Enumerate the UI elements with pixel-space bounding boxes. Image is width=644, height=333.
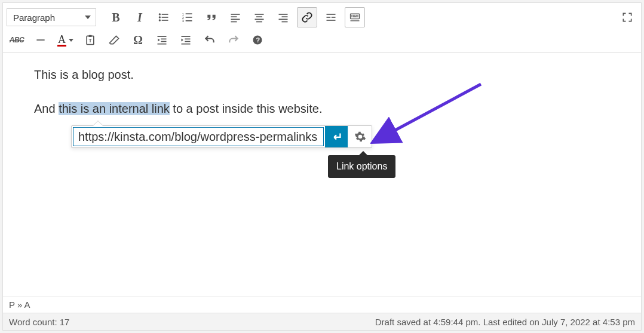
align-center-button[interactable] — [249, 7, 269, 27]
svg-rect-5 — [162, 20, 168, 21]
toolbar-toggle-button[interactable] — [345, 7, 365, 27]
ordered-list-button[interactable]: 123 — [177, 7, 198, 27]
redo-icon — [228, 34, 240, 46]
svg-rect-36 — [353, 16, 357, 17]
selected-link-text: this is an internal link — [59, 102, 170, 115]
insert-more-button[interactable] — [321, 7, 341, 27]
editor-frame: Paragraph B I 123 — [2, 2, 642, 331]
save-status: Draft saved at 4:59:44 pm. Last edited o… — [375, 317, 635, 327]
bold-button[interactable]: B — [106, 7, 126, 27]
paragraph-text: to a post inside this website. — [170, 102, 323, 115]
strikethrough-icon: ABC — [10, 36, 24, 44]
svg-rect-24 — [327, 14, 336, 15]
format-select[interactable]: Paragraph — [7, 8, 96, 26]
svg-rect-3 — [162, 14, 168, 15]
fullscreen-icon — [621, 11, 633, 23]
svg-rect-35 — [351, 16, 352, 17]
format-select-label: Paragraph — [13, 13, 55, 23]
horizontal-line-icon — [35, 34, 47, 46]
insert-link-button[interactable] — [297, 7, 317, 27]
svg-rect-28 — [351, 14, 360, 18]
svg-text:3: 3 — [182, 19, 184, 23]
svg-rect-40 — [89, 35, 92, 37]
svg-rect-13 — [231, 16, 237, 17]
link-icon — [301, 11, 313, 23]
word-count: Word count: 17 — [9, 317, 69, 327]
unordered-list-button[interactable] — [154, 7, 174, 27]
svg-rect-49 — [182, 44, 191, 45]
link-options-tooltip: Link options — [328, 155, 395, 178]
text-color-icon: A — [57, 34, 66, 47]
svg-rect-48 — [185, 41, 190, 42]
italic-button[interactable]: I — [130, 7, 150, 27]
paste-as-text-button[interactable]: T — [80, 30, 100, 50]
svg-rect-19 — [256, 21, 262, 23]
svg-rect-12 — [231, 14, 240, 15]
paragraph-2: And this is an internal link to a post i… — [34, 101, 610, 117]
align-left-button[interactable] — [225, 7, 246, 27]
ordered-list-icon: 123 — [182, 11, 194, 23]
outdent-icon — [156, 34, 168, 46]
text-color-button[interactable]: A — [54, 30, 76, 50]
align-right-icon — [277, 11, 289, 23]
strikethrough-button[interactable]: ABC — [7, 30, 27, 50]
link-inline-toolbar — [71, 125, 372, 148]
bold-icon: B — [112, 11, 119, 24]
paragraph-text: This is a blog post. — [34, 68, 134, 81]
align-center-icon — [253, 11, 265, 23]
element-path-bar[interactable]: P » A — [3, 296, 641, 313]
svg-point-1 — [159, 16, 161, 18]
svg-rect-11 — [186, 20, 192, 21]
svg-rect-10 — [186, 17, 192, 18]
toolbar-row-2: ABC A T Ω — [7, 29, 637, 51]
indent-icon — [180, 34, 192, 46]
indent-button[interactable] — [176, 30, 196, 50]
svg-rect-9 — [186, 13, 192, 14]
svg-rect-33 — [356, 15, 357, 16]
horizontal-line-button[interactable] — [30, 30, 51, 50]
editor-content[interactable]: This is a blog post. And this is an inte… — [3, 53, 641, 296]
svg-point-2 — [159, 19, 161, 21]
paragraph-text: And — [34, 102, 59, 115]
svg-rect-23 — [282, 21, 288, 23]
undo-icon — [204, 34, 216, 46]
toolbar-row-1: Paragraph B I 123 — [7, 7, 637, 28]
clear-formatting-button[interactable] — [104, 30, 124, 50]
svg-rect-4 — [162, 17, 168, 18]
fullscreen-button[interactable] — [617, 7, 637, 27]
svg-text:T: T — [89, 38, 92, 44]
svg-rect-31 — [353, 15, 354, 16]
clipboard-t-icon: T — [84, 34, 96, 46]
svg-rect-47 — [185, 39, 190, 40]
redo-button[interactable] — [223, 30, 244, 50]
svg-rect-25 — [327, 17, 331, 18]
eraser-icon — [108, 34, 120, 46]
link-options-button[interactable] — [348, 126, 372, 147]
outdent-button[interactable] — [152, 30, 172, 50]
special-character-button[interactable]: Ω — [128, 30, 148, 50]
svg-rect-30 — [351, 15, 352, 16]
link-apply-button[interactable] — [325, 126, 348, 147]
svg-rect-16 — [255, 14, 264, 15]
svg-rect-26 — [332, 17, 336, 18]
svg-point-0 — [159, 13, 161, 15]
svg-rect-17 — [256, 16, 262, 17]
insert-more-icon — [325, 11, 337, 23]
link-url-input[interactable] — [73, 127, 324, 146]
element-path-text: P » A — [9, 300, 30, 310]
undo-button[interactable] — [200, 30, 220, 50]
svg-rect-27 — [327, 20, 336, 21]
help-icon: ? — [252, 34, 263, 46]
svg-rect-32 — [354, 15, 355, 16]
gear-icon — [354, 131, 366, 143]
blockquote-button[interactable] — [201, 7, 222, 27]
align-right-button[interactable] — [273, 7, 293, 27]
enter-icon — [330, 130, 343, 143]
help-button[interactable]: ? — [247, 30, 268, 50]
svg-rect-21 — [282, 16, 288, 17]
unordered-list-icon — [158, 11, 170, 23]
svg-rect-43 — [161, 39, 166, 40]
svg-rect-34 — [357, 15, 358, 16]
status-bar: Word count: 17 Draft saved at 4:59:44 pm… — [3, 313, 641, 330]
svg-rect-42 — [158, 36, 167, 37]
